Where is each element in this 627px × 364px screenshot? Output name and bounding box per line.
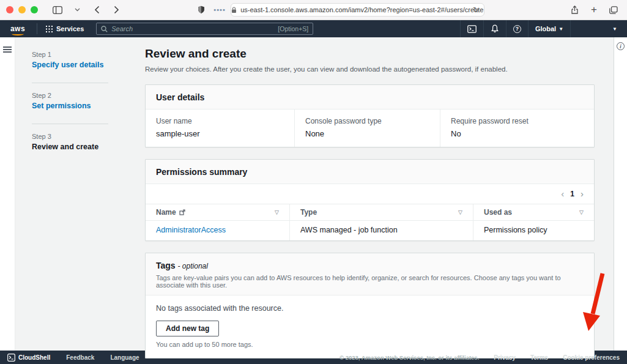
tags-limit-text: You can add up to 50 more tags. — [156, 341, 584, 348]
page-description: Review your choices. After you create th… — [145, 65, 614, 73]
cloudshell-footer-button[interactable]: CloudShell — [7, 354, 50, 362]
page-title: Review and create — [145, 47, 614, 61]
cloudshell-icon — [7, 354, 15, 362]
tab-overview-icon[interactable] — [606, 2, 621, 17]
filter-icon[interactable]: ▽ — [458, 209, 462, 215]
divider — [32, 83, 108, 83]
pagination: ‹ 1 › — [146, 184, 594, 204]
step-number: Step 1 — [32, 51, 145, 58]
card-header: Permissions summary — [146, 160, 594, 184]
field-console-password-type: Console password type None — [294, 110, 440, 147]
new-tab-icon[interactable]: + — [587, 2, 601, 17]
region-selector[interactable]: Global ▼ — [528, 20, 570, 37]
copyright-text: © 2023, Amazon Web Services, Inc. or its… — [339, 354, 479, 361]
feedback-button[interactable]: Feedback — [66, 354, 94, 361]
search-input[interactable] — [111, 25, 274, 32]
cloudshell-label: CloudShell — [18, 354, 50, 361]
card-header: Tags - optional Tags are key-value pairs… — [146, 253, 594, 295]
extensions-icon[interactable]: •••• — [213, 6, 225, 13]
sidebar-toggle-icon[interactable] — [50, 2, 65, 17]
reload-icon[interactable]: ↻ — [473, 6, 479, 14]
step-number: Step 3 — [32, 133, 145, 140]
permissions-summary-card: Permissions summary ‹ 1 › Name ▽ Type ▽ … — [145, 159, 595, 241]
column-label: Type — [300, 208, 317, 217]
add-new-tag-button[interactable]: Add new tag — [156, 321, 219, 336]
step-current-review-and-create: Review and create — [32, 143, 145, 151]
minimize-window-button[interactable] — [18, 6, 26, 13]
back-button[interactable] — [89, 2, 104, 17]
field-value: None — [305, 129, 429, 138]
aws-top-nav: aws Services [Option+S] ? Global ▼ ▼ — [0, 20, 627, 37]
card-title: Permissions summary — [156, 167, 247, 177]
cell-used-as: Permissions policy — [473, 221, 594, 240]
wizard-step-3-current: Step 3 Review and create — [32, 132, 145, 158]
card-title: Tags — [156, 261, 176, 270]
main-content: Review and create Review your choices. A… — [145, 37, 614, 351]
aws-logo[interactable]: aws — [9, 23, 27, 35]
no-tags-text: No tags associated with the resource. — [156, 304, 584, 313]
field-label: User name — [156, 117, 284, 125]
shield-icon[interactable] — [194, 2, 209, 17]
notifications-button[interactable] — [483, 20, 506, 37]
policy-link-administratoraccess[interactable]: AdministratorAccess — [156, 226, 226, 234]
wizard-step-2: Step 2 Set permissions — [32, 91, 145, 117]
bell-icon — [491, 24, 499, 33]
table-row: AdministratorAccess AWS managed - job fu… — [146, 221, 594, 240]
field-label: Console password type — [305, 117, 429, 125]
tags-card: Tags - optional Tags are key-value pairs… — [145, 253, 595, 358]
forward-button[interactable] — [109, 2, 124, 17]
cell-type: AWS managed - job function — [289, 221, 473, 240]
divider — [32, 124, 108, 124]
cloudshell-icon — [467, 25, 477, 33]
help-button[interactable]: ? — [506, 20, 528, 37]
info-icon[interactable]: i — [617, 42, 625, 50]
lock-icon — [231, 7, 237, 13]
field-user-name: User name sample-user — [146, 110, 294, 147]
filter-icon[interactable]: ▽ — [579, 209, 584, 215]
question-icon: ? — [513, 25, 521, 33]
step-link-specify-user-details[interactable]: Specify user details — [32, 61, 145, 69]
share-icon[interactable] — [567, 2, 582, 17]
region-label: Global — [535, 25, 556, 32]
tags-description: Tags are key-value pairs you can add to … — [156, 274, 584, 289]
page-number[interactable]: 1 — [570, 190, 574, 198]
cloudshell-nav-button[interactable] — [460, 20, 483, 37]
collapsed-side-nav — [0, 37, 15, 351]
account-menu-button[interactable]: ▼ — [606, 20, 621, 37]
table-header-row: Name ▽ Type ▽ Used as ▽ — [146, 204, 594, 221]
address-bar[interactable]: us-east-1.console.aws.amazon.com/iamv2/h… — [231, 3, 484, 17]
field-value: sample-user — [156, 129, 284, 138]
global-search[interactable]: [Option+S] — [96, 23, 313, 35]
field-label: Require password reset — [451, 117, 584, 125]
url-text: us-east-1.console.aws.amazon.com/iamv2/h… — [240, 6, 483, 13]
column-header-name[interactable]: Name ▽ — [146, 204, 289, 220]
window-controls — [6, 6, 38, 13]
step-link-set-permissions[interactable]: Set permissions — [32, 102, 145, 110]
aws-logo-text: aws — [10, 24, 25, 33]
language-button[interactable]: Language — [110, 354, 139, 361]
cookie-preferences-link[interactable]: Cookie preferences — [563, 354, 620, 361]
user-details-card: User details User name sample-user Conso… — [145, 84, 595, 147]
terms-link[interactable]: Terms — [530, 354, 548, 361]
column-label: Used as — [484, 208, 512, 217]
close-window-button[interactable] — [6, 6, 13, 13]
privacy-link[interactable]: Privacy — [494, 354, 516, 361]
grid-icon — [46, 26, 53, 32]
services-menu[interactable]: Services — [42, 25, 87, 32]
previous-page-icon[interactable]: ‹ — [561, 189, 564, 198]
next-page-icon[interactable]: › — [581, 189, 584, 198]
zoom-window-button[interactable] — [31, 6, 38, 13]
caret-down-icon: ▼ — [558, 26, 563, 32]
external-link-icon — [179, 209, 185, 215]
menu-icon[interactable] — [3, 45, 12, 351]
column-header-used-as[interactable]: Used as ▽ — [473, 204, 594, 220]
chevron-down-icon[interactable] — [70, 2, 84, 17]
step-number: Step 2 — [32, 92, 145, 99]
caret-down-icon: ▼ — [612, 26, 617, 32]
column-header-type[interactable]: Type ▽ — [289, 204, 473, 220]
search-shortcut: [Option+S] — [278, 25, 308, 32]
help-panel-strip: i — [614, 37, 627, 351]
filter-icon[interactable]: ▽ — [275, 209, 279, 215]
optional-suffix: - optional — [178, 262, 208, 270]
card-header: User details — [146, 85, 594, 110]
